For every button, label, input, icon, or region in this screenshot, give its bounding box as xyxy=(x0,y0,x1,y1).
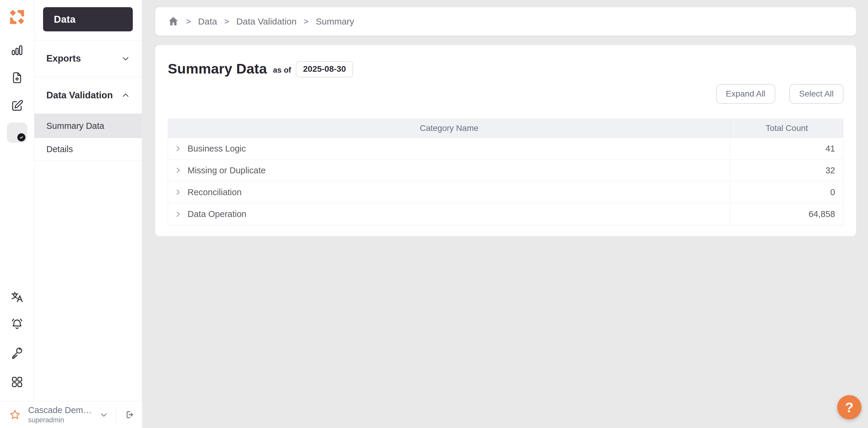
total-count: 64,858 xyxy=(731,203,843,225)
chevron-down-icon xyxy=(121,55,130,63)
table-header: Category Name Total Count xyxy=(168,119,843,138)
help-button-label: ? xyxy=(845,399,854,416)
category-name: Business Logic xyxy=(188,144,246,154)
total-count: 0 xyxy=(731,182,843,203)
app-logo-icon[interactable] xyxy=(8,8,26,26)
org-name: Cascade Dem… xyxy=(28,405,100,415)
apps-grid-icon[interactable] xyxy=(10,375,24,389)
bell-icon[interactable] xyxy=(10,318,24,331)
sidebar-item-label: Details xyxy=(46,144,73,154)
dashboard-icon[interactable] xyxy=(10,44,24,57)
as-of-date-picker[interactable]: 2025-08-30 xyxy=(296,61,353,77)
user-role: superadmin xyxy=(28,416,100,424)
sidebar-section-data-validation[interactable]: Data Validation xyxy=(34,77,142,113)
category-name: Reconciliation xyxy=(188,188,242,197)
module-sidebar: Data Exports Data Validation Summary Dat… xyxy=(34,0,142,428)
table-actions: Expand All Select All xyxy=(168,84,843,104)
app-root: Data Exports Data Validation Summary Dat… xyxy=(0,0,868,428)
breadcrumb-separator: > xyxy=(224,17,229,26)
sidebar-item-summary-data[interactable]: Summary Data xyxy=(34,113,142,138)
chevron-up-icon xyxy=(121,91,130,100)
logout-icon[interactable] xyxy=(124,410,134,420)
star-icon[interactable] xyxy=(9,409,21,421)
breadcrumb: > Data > Data Validation > Summary xyxy=(155,7,856,36)
sidebar-section-label: Data Validation xyxy=(46,90,113,101)
column-header-category-name: Category Name xyxy=(168,119,731,137)
column-header-total-count: Total Count xyxy=(731,119,843,137)
file-plus-icon[interactable] xyxy=(10,71,24,84)
breadcrumb-separator: > xyxy=(304,17,308,26)
table-row: Reconciliation 0 xyxy=(168,182,843,203)
module-title-button[interactable]: Data xyxy=(43,7,133,31)
sidebar-section-label: Exports xyxy=(46,53,81,64)
user-bar: Cascade Dem… superadmin xyxy=(0,401,142,428)
breadcrumb-item-summary[interactable]: Summary xyxy=(316,17,354,27)
total-count: 32 xyxy=(731,160,843,181)
summary-card: Summary Data as of 2025-08-30 Expand All… xyxy=(155,45,856,236)
icon-rail xyxy=(0,0,34,428)
category-name: Data Operation xyxy=(188,209,246,219)
select-all-button[interactable]: Select All xyxy=(789,84,843,104)
total-count: 41 xyxy=(731,138,843,159)
data-validation-icon-active[interactable] xyxy=(7,123,27,143)
check-badge-icon xyxy=(17,133,25,141)
expand-row-icon[interactable] xyxy=(174,188,182,196)
breadcrumb-separator: > xyxy=(186,17,191,26)
breadcrumb-item-data-validation[interactable]: Data Validation xyxy=(236,17,297,27)
divider xyxy=(116,406,116,423)
breadcrumb-item-data[interactable]: Data xyxy=(198,17,217,27)
module-header: Data xyxy=(34,0,142,40)
table-row: Missing or Duplicate 32 xyxy=(168,160,843,182)
home-icon[interactable] xyxy=(168,16,179,27)
table-row: Data Operation 64,858 xyxy=(168,203,843,225)
main-area: > Data > Data Validation > Summary Summa… xyxy=(142,0,868,428)
page-title: Summary Data xyxy=(168,60,267,77)
sidebar-item-details[interactable]: Details xyxy=(34,138,142,161)
expand-row-icon[interactable] xyxy=(174,210,182,218)
module-title-label: Data xyxy=(54,14,76,25)
title-row: Summary Data as of 2025-08-30 xyxy=(168,60,843,77)
key-icon[interactable] xyxy=(10,346,24,359)
translate-icon[interactable] xyxy=(10,291,24,304)
chevron-down-icon[interactable] xyxy=(100,411,108,419)
help-button[interactable]: ? xyxy=(837,395,861,419)
sidebar-item-label: Summary Data xyxy=(46,121,104,131)
category-name: Missing or Duplicate xyxy=(188,166,266,175)
as-of-label: as of xyxy=(273,65,291,75)
edit-icon[interactable] xyxy=(10,99,24,112)
user-info: Cascade Dem… superadmin xyxy=(28,405,100,424)
expand-row-icon[interactable] xyxy=(174,145,182,153)
summary-table: Category Name Total Count Business Logic… xyxy=(168,119,843,225)
expand-row-icon[interactable] xyxy=(174,166,182,174)
sidebar-section-exports[interactable]: Exports xyxy=(34,40,142,77)
expand-all-button[interactable]: Expand All xyxy=(716,84,775,104)
table-row: Business Logic 41 xyxy=(168,138,843,160)
